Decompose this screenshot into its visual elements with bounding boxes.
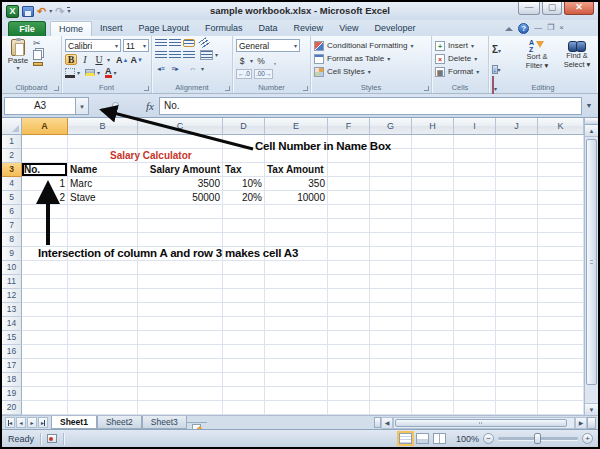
vertical-scroll-track[interactable]	[585, 137, 598, 403]
cell-h8[interactable]	[412, 233, 454, 247]
row-header-14[interactable]: 14	[2, 317, 22, 331]
cell-h20[interactable]	[412, 401, 454, 415]
cell-a8[interactable]	[22, 233, 68, 247]
cell-e2[interactable]	[265, 149, 328, 163]
cell-b16[interactable]	[68, 345, 138, 359]
cut-icon[interactable]: ✂	[33, 39, 59, 48]
cell-h13[interactable]	[412, 303, 454, 317]
styles-item-format-as-table[interactable]: Format as Table▾	[314, 52, 429, 65]
wrap-text-icon[interactable]	[200, 50, 213, 60]
column-header-k[interactable]: K	[538, 118, 584, 135]
column-header-d[interactable]: D	[223, 118, 265, 135]
cell-b14[interactable]	[68, 317, 138, 331]
cell-d4[interactable]: 10%	[223, 177, 265, 191]
cell-a19[interactable]	[22, 387, 68, 401]
sheet-tab-sheet3[interactable]: Sheet3	[142, 416, 187, 429]
cell-k7[interactable]	[538, 219, 584, 233]
cell-c18[interactable]	[138, 373, 223, 387]
cell-g14[interactable]	[370, 317, 412, 331]
cell-i7[interactable]	[454, 219, 496, 233]
comma-format-button[interactable]: ,	[269, 55, 281, 66]
help-icon[interactable]: ?	[518, 23, 529, 34]
cell-g9[interactable]	[370, 247, 412, 261]
tab-view[interactable]: View	[331, 21, 366, 36]
font-dialog-launcher-icon[interactable]	[144, 86, 149, 91]
cell-b15[interactable]	[68, 331, 138, 345]
cell-i14[interactable]	[454, 317, 496, 331]
cell-j12[interactable]	[496, 289, 538, 303]
cell-g19[interactable]	[370, 387, 412, 401]
column-header-j[interactable]: J	[496, 118, 538, 135]
cell-e19[interactable]	[265, 387, 328, 401]
cell-f17[interactable]	[328, 359, 370, 373]
cell-d14[interactable]	[223, 317, 265, 331]
column-header-e[interactable]: E	[265, 118, 328, 135]
cell-e18[interactable]	[265, 373, 328, 387]
decrease-font-icon[interactable]: A▼	[130, 54, 142, 65]
cell-d13[interactable]	[223, 303, 265, 317]
cell-b5[interactable]: Stave	[68, 191, 138, 205]
cell-g12[interactable]	[370, 289, 412, 303]
page-break-view-icon[interactable]	[433, 433, 446, 444]
sheet-tab-sheet2[interactable]: Sheet2	[97, 416, 142, 429]
cell-j2[interactable]	[496, 149, 538, 163]
cell-h16[interactable]	[412, 345, 454, 359]
increase-font-icon[interactable]: A▲	[116, 54, 128, 65]
cell-h18[interactable]	[412, 373, 454, 387]
cell-f13[interactable]	[328, 303, 370, 317]
cell-e17[interactable]	[265, 359, 328, 373]
format-painter-icon[interactable]	[33, 62, 43, 66]
cell-h11[interactable]	[412, 275, 454, 289]
cell-b20[interactable]	[68, 401, 138, 415]
cell-e7[interactable]	[265, 219, 328, 233]
collapse-ribbon-icon[interactable]	[505, 26, 513, 31]
cell-a15[interactable]	[22, 331, 68, 345]
cell-f9[interactable]	[328, 247, 370, 261]
cell-d18[interactable]	[223, 373, 265, 387]
row-header-9[interactable]: 9	[2, 247, 22, 261]
cell-g20[interactable]	[370, 401, 412, 415]
cell-i11[interactable]	[454, 275, 496, 289]
cell-e8[interactable]	[265, 233, 328, 247]
row-header-8[interactable]: 8	[2, 233, 22, 247]
cell-b6[interactable]	[68, 205, 138, 219]
cell-k6[interactable]	[538, 205, 584, 219]
cell-a13[interactable]	[22, 303, 68, 317]
cell-i1[interactable]	[454, 135, 496, 149]
cell-c4[interactable]: 3500	[138, 177, 223, 191]
cell-d19[interactable]	[223, 387, 265, 401]
zoom-slider[interactable]	[498, 437, 578, 440]
cell-d1[interactable]	[223, 135, 265, 149]
column-header-g[interactable]: G	[370, 118, 412, 135]
cell-c11[interactable]	[138, 275, 223, 289]
cell-j8[interactable]	[496, 233, 538, 247]
cell-c16[interactable]	[138, 345, 223, 359]
column-header-a[interactable]: A	[22, 118, 68, 135]
cell-g17[interactable]	[370, 359, 412, 373]
minimize-button[interactable]: —	[518, 2, 540, 15]
increase-decimal-icon[interactable]: ←.0	[236, 69, 252, 79]
cell-k20[interactable]	[538, 401, 584, 415]
row-header-18[interactable]: 18	[2, 373, 22, 387]
cell-g13[interactable]	[370, 303, 412, 317]
cell-a12[interactable]	[22, 289, 68, 303]
scroll-down-icon[interactable]: ▼	[585, 403, 598, 415]
cell-g2[interactable]	[370, 149, 412, 163]
cell-j10[interactable]	[496, 261, 538, 275]
styles-dialog-launcher-icon[interactable]	[424, 86, 429, 91]
cell-j19[interactable]	[496, 387, 538, 401]
column-header-b[interactable]: B	[68, 118, 138, 135]
cell-k16[interactable]	[538, 345, 584, 359]
row-header-10[interactable]: 10	[2, 261, 22, 275]
cell-e1[interactable]	[265, 135, 328, 149]
cell-c10[interactable]	[138, 261, 223, 275]
cell-b7[interactable]	[68, 219, 138, 233]
zoom-in-icon[interactable]: +	[582, 433, 593, 444]
cell-f2[interactable]	[328, 149, 370, 163]
zoom-out-icon[interactable]: −	[483, 433, 494, 444]
cell-h1[interactable]	[412, 135, 454, 149]
cell-c1[interactable]	[138, 135, 223, 149]
cell-e6[interactable]	[265, 205, 328, 219]
macro-record-icon[interactable]	[47, 434, 57, 443]
cell-k5[interactable]	[538, 191, 584, 205]
